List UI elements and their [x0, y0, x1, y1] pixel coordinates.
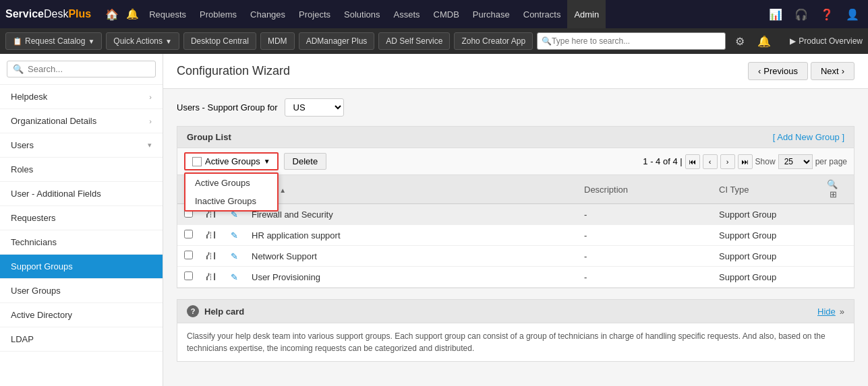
group-name-3: Network Support [245, 246, 577, 267]
sidebar-item-ldap[interactable]: LDAP [0, 327, 163, 352]
pagination: 1 - 4 of 4 | ⏮ ‹ › ⏭ Show 25 50 100 per … [643, 154, 847, 169]
sidebar-item-users[interactable]: Users ▾ [0, 133, 163, 158]
nav-problems[interactable]: Problems [193, 0, 243, 28]
dropdown-active-groups[interactable]: Active Groups [185, 174, 277, 192]
expand-icon[interactable]: » [840, 307, 844, 317]
active-groups-dropdown[interactable]: Active Groups ▼ [184, 152, 279, 170]
next-button[interactable]: Next › [811, 62, 855, 80]
nav-contracts[interactable]: Contracts [517, 0, 568, 28]
nav-changes[interactable]: Changes [243, 0, 292, 28]
sidebar-item-roles[interactable]: Roles [0, 158, 163, 182]
table-row: ⛙ ✎ User Provisioning - Support Group [177, 267, 854, 288]
user-icon[interactable]: 👤 [842, 4, 863, 24]
delete-button[interactable]: Delete [284, 153, 327, 170]
chevron-down-icon: ▾ [148, 141, 152, 150]
sidebar-item-support-groups[interactable]: Support Groups [0, 255, 163, 279]
sidebar-item-technicians[interactable]: Technicians [0, 230, 163, 255]
catalog-icon: 📋 [13, 37, 22, 46]
group-list-header: Group List [ Add New Group ] [177, 127, 854, 148]
quick-actions-button[interactable]: Quick Actions ▼ [106, 32, 179, 50]
next-icon: › [842, 66, 844, 76]
alert-icon[interactable]: 🔔 [754, 31, 774, 51]
mdm-button[interactable]: MDM [260, 32, 295, 50]
app-logo[interactable]: Service Desk Plus [5, 8, 91, 20]
edit-icon-4[interactable]: ✎ [231, 272, 238, 282]
toolbar: 📋 Request Catalog ▼ Quick Actions ▼ Desk… [0, 28, 868, 54]
request-catalog-button[interactable]: 📋 Request Catalog ▼ [5, 32, 102, 50]
group-ci-4: Support Group [712, 267, 820, 288]
prev-icon: ‹ [758, 66, 761, 76]
nav-solutions[interactable]: Solutions [337, 0, 386, 28]
next-page-button[interactable]: › [720, 154, 735, 169]
camera-icon: ▶ [790, 36, 796, 46]
previous-button[interactable]: ‹ Previous [748, 62, 808, 80]
product-overview-link[interactable]: ▶ Product Overview [790, 36, 863, 46]
groups-dropdown-menu: Active Groups Inactive Groups [184, 172, 279, 212]
edit-icon-2[interactable]: ✎ [231, 230, 238, 240]
catalog-dropdown-arrow: ▼ [88, 38, 94, 45]
first-page-button[interactable]: ⏮ [685, 154, 700, 169]
top-icons: 📊 🎧 ❓ 👤 [765, 4, 863, 24]
help-icon[interactable]: ❓ [817, 4, 837, 24]
filter-label: Users - Support Group for [177, 102, 278, 112]
edit-icon-3[interactable]: ✎ [231, 251, 238, 261]
sidebar-item-org-details[interactable]: Organizational Details › [0, 109, 163, 133]
help-card-content: Classify your help desk team into variou… [177, 323, 854, 361]
sidebar-item-requesters[interactable]: Requesters [0, 206, 163, 230]
table-row: ⛙ ✎ Firewall and Security - Support Grou… [177, 204, 854, 225]
main-layout: 🔍 Helpdesk › Organizational Details › Us… [0, 54, 868, 386]
table-row: ⛙ ✎ Network Support - Support Group [177, 246, 854, 267]
col-header-description: Description [577, 175, 712, 204]
desktop-central-button[interactable]: Desktop Central [183, 32, 256, 50]
sidebar-search-box[interactable]: 🔍 [7, 61, 156, 77]
last-page-button[interactable]: ⏭ [738, 154, 753, 169]
nav-requests[interactable]: Requests [142, 0, 193, 28]
logo-desk: Desk [44, 8, 68, 20]
nav-cmdb[interactable]: CMDB [427, 0, 466, 28]
groups-table: Name ▲ Description CI Type 🔍 ⊞ ⛙ [177, 175, 854, 288]
sidebar-item-user-groups[interactable]: User Groups [0, 279, 163, 303]
zoho-creator-button[interactable]: Zoho Creator App [454, 32, 533, 50]
settings-icon[interactable]: ⚙ [730, 31, 750, 51]
headset-icon[interactable]: 🎧 [791, 4, 811, 24]
nav-assets[interactable]: Assets [387, 0, 427, 28]
home-icon[interactable]: 🏠 [102, 4, 122, 24]
admanager-button[interactable]: ADManager Plus [299, 32, 375, 50]
support-group-filter[interactable]: US UK Global [285, 98, 344, 117]
chevron-right-icon: › [149, 117, 152, 125]
ad-self-service-button[interactable]: AD Self Service [378, 32, 450, 50]
nav-admin[interactable]: Admin [567, 0, 606, 28]
dropdown-inactive-groups[interactable]: Inactive Groups [185, 192, 277, 210]
group-desc-4: - [577, 267, 712, 288]
help-card-icon: ? [187, 305, 199, 317]
search-col-icon[interactable]: 🔍 [827, 179, 838, 189]
col-header-name[interactable]: Name ▲ [245, 175, 577, 204]
group-icon-2: ⛙ [206, 230, 216, 240]
per-page-select[interactable]: 25 50 100 [778, 154, 813, 169]
group-icon-4: ⛙ [206, 271, 216, 282]
prev-page-button[interactable]: ‹ [703, 154, 718, 169]
notification-icon[interactable]: 🔔 [122, 4, 142, 24]
per-page-label: per page [815, 157, 847, 166]
search-input[interactable] [552, 36, 721, 46]
add-new-group-link[interactable]: [ Add New Group ] [773, 132, 844, 142]
help-card-header: ? Help card Hide » [177, 300, 854, 323]
sidebar-search-input[interactable] [28, 64, 150, 74]
sidebar-item-helpdesk[interactable]: Helpdesk › [0, 85, 163, 109]
row-checkbox-3[interactable] [184, 251, 193, 259]
global-search[interactable]: 🔍 [537, 32, 726, 50]
sidebar-item-active-directory[interactable]: Active Directory [0, 303, 163, 327]
row-checkbox-2[interactable] [184, 230, 193, 238]
quick-actions-arrow: ▼ [165, 38, 172, 45]
column-settings-icon[interactable]: ⊞ [830, 189, 837, 199]
group-desc-1: - [577, 204, 712, 225]
hide-help-link[interactable]: Hide [817, 307, 836, 317]
sidebar-item-user-fields[interactable]: User - Additional Fields [0, 182, 163, 206]
row-checkbox-4[interactable] [184, 271, 193, 280]
nav-projects[interactable]: Projects [292, 0, 337, 28]
chart-icon[interactable]: 📊 [765, 4, 786, 24]
group-name-4: User Provisioning [245, 267, 577, 288]
help-card-title: Help card [204, 307, 244, 317]
group-name-1: Firewall and Security [245, 204, 577, 225]
nav-purchase[interactable]: Purchase [466, 0, 517, 28]
